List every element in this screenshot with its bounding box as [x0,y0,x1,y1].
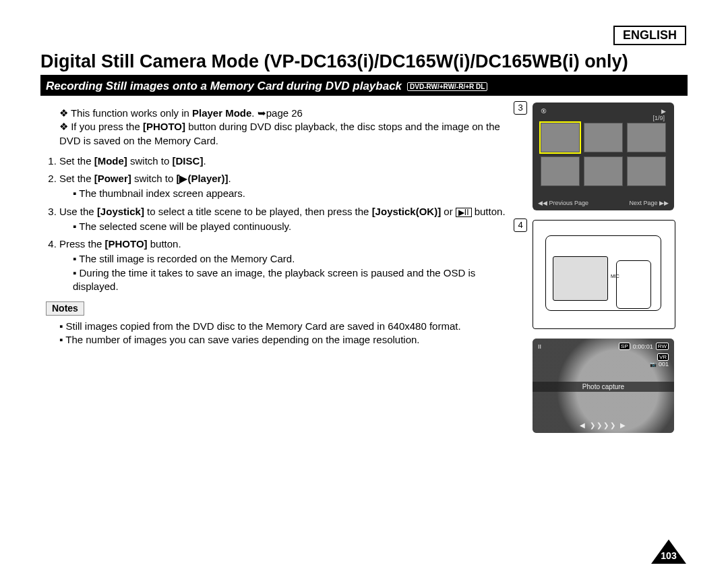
thumbnail-index-screen: ⦿ ▶ [1/9] ◀◀ Previous Page Next [533,103,674,210]
figure-5: II SP 0:00:01 RW VR 📷 001 Photo capture … [533,339,688,433]
figure-4: 4 MIC [533,220,688,329]
step-subitem: During the time it takes to save an imag… [73,266,520,294]
page-number: 103 [657,550,681,561]
text: Set the [59,173,94,184]
disc-type-badge: DVD-RW/+RW/-R/+R DL [407,82,487,91]
text: switch to [131,173,177,184]
thumbnail [627,123,666,152]
sp-badge: SP [619,343,630,350]
image-count: 001 [659,361,669,368]
text: Set the [59,155,94,167]
thumbnail [541,123,580,152]
figure-3: 3 ⦿ ▶ [1/9] [533,103,688,210]
notes-heading: Notes [46,301,84,316]
step-item: Set the [Power] switch to [▶(Player)]. T… [59,172,520,201]
intro-item: This function works only in Player Mode.… [59,107,520,120]
bold-text: [PHOTO] [143,121,185,132]
note-item: The number of images you can save varies… [59,333,520,347]
page-title: Digital Still Camera Mode (VP-DC163(i)/D… [40,27,688,77]
step-item: Use the [Joystick] to select a title sce… [59,205,520,234]
text: button. [472,206,506,217]
camera-lens [616,260,651,309]
figure-number: 3 [514,101,527,115]
camera-lcd [553,256,608,301]
thumbnail [541,156,580,186]
play-mode-icon: ▶ [661,108,666,115]
text: button. [148,238,181,250]
bold-text: [▶(Player)] [176,173,228,184]
play-pause-icon: ▶II [456,208,472,217]
thumbnail-grid [538,121,669,187]
photo-capture-label: Photo capture [533,382,674,392]
text: or [441,206,456,217]
bold-text: [Joystick(OK)] [372,206,442,217]
text: . [228,173,231,184]
step-item: Set the [Mode] switch to [DISC]. [59,154,520,168]
steps-list: Set the [Mode] switch to [DISC]. Set the… [40,154,520,293]
playback-osd-screen: II SP 0:00:01 RW VR 📷 001 Photo capture … [533,339,674,433]
bold-text: [Power] [94,173,131,184]
body-text-column: This function works only in Player Mode.… [40,103,520,442]
note-item: Still images copied from the DVD disc to… [59,320,520,333]
mic-label: MIC [611,274,619,279]
text: If you press the [71,121,143,132]
bold-text: [DISC] [173,155,204,167]
next-page-label: Next Page ▶▶ [629,200,669,206]
figure-number: 4 [514,218,527,232]
bold-text: [Joystick] [97,206,144,217]
vr-badge: VR [657,353,669,361]
bold-text: Player Mode [192,107,251,119]
thumbnail [584,156,623,186]
pause-icon: II [538,343,541,350]
elapsed-time: 0:00:01 [633,343,653,350]
text: Press the [59,238,105,250]
rw-badge: RW [656,343,669,350]
text: This function works only in [71,107,192,119]
figure-column: 3 ⦿ ▶ [1/9] [533,103,688,442]
step-subitem: The thumbnail index screen appears. [73,187,520,200]
step-item: Press the [PHOTO] button. The still imag… [59,237,520,293]
camera-body: MIC [545,235,661,311]
text: . [203,155,206,167]
language-label: ENGLISH [613,26,686,45]
notes-list: Still images copied from the DVD disc to… [40,320,520,347]
nav-arrows-icon: ◀ ❯❯❯❯ ▶ [533,421,674,429]
intro-list: This function works only in Player Mode.… [40,107,520,148]
text: Use the [59,206,97,217]
disc-icon: ⦿ [541,108,547,115]
thumbnail [627,156,666,186]
camera-illustration: MIC [533,220,675,329]
text: . ➥page 26 [251,107,303,119]
step-subitem: The selected scene will be played contin… [73,220,520,233]
section-subtitle: Recording Still images onto a Memory Car… [46,80,402,93]
thumbnail [584,123,623,152]
section-subtitle-bar: Recording Still images onto a Memory Car… [40,77,688,96]
step-subitem: The still image is recorded on the Memor… [73,252,520,266]
page-counter: [1/9] [538,115,669,121]
bold-text: [Mode] [94,155,127,167]
bold-text: [PHOTO] [105,238,148,250]
intro-item: If you press the [PHOTO] button during D… [59,120,520,148]
text: to select a title scene to be played, th… [144,206,372,217]
text: switch to [127,155,173,167]
prev-page-label: ◀◀ Previous Page [538,200,588,206]
